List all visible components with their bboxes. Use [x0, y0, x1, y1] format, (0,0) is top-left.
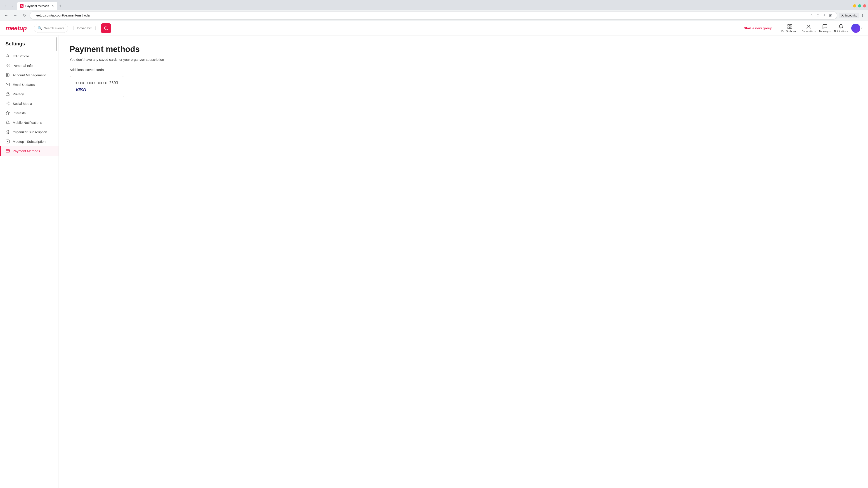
user-avatar: [851, 24, 860, 33]
chevron-down-icon: ▾: [861, 27, 863, 30]
svg-rect-5: [788, 27, 789, 29]
new-tab-button[interactable]: +: [57, 3, 64, 9]
extensions-icon[interactable]: ⬚: [815, 13, 820, 18]
star-icon: [5, 111, 10, 115]
reload-button[interactable]: ↻: [21, 12, 28, 19]
grid-icon: [5, 63, 10, 68]
svg-point-16: [8, 102, 9, 103]
menu-icon[interactable]: ⋮: [860, 13, 865, 18]
pro-dashboard-nav[interactable]: Pro Dashboard: [781, 24, 798, 33]
address-bar-icons: ☆ ⬚ ⬇ ▣: [809, 13, 833, 18]
avatar-image: [851, 24, 860, 33]
svg-point-13: [7, 74, 8, 76]
lock-icon: [5, 92, 10, 96]
svg-rect-11: [6, 66, 7, 67]
location-display: Dover, DE: [73, 26, 96, 30]
sidebar-item-personal-info[interactable]: Personal Info: [0, 61, 59, 70]
search-bar[interactable]: 🔍 Search events: [34, 24, 68, 33]
svg-line-20: [7, 103, 8, 103]
svg-point-22: [7, 130, 9, 132]
svg-rect-3: [788, 25, 789, 26]
bookmark-icon[interactable]: ☆: [809, 13, 814, 18]
badge-icon: [5, 130, 10, 134]
pro-dashboard-label: Pro Dashboard: [781, 30, 798, 33]
saved-card: xxxx xxxx xxxx 2893 VISA: [70, 76, 124, 97]
start-new-group-link[interactable]: Start a new group: [744, 26, 772, 30]
incognito-indicator: Incognito: [839, 13, 859, 18]
svg-rect-15: [6, 94, 9, 96]
tab-close-button[interactable]: ✕: [51, 4, 55, 8]
svg-point-17: [6, 103, 7, 104]
tab-favicon: m: [20, 4, 24, 8]
minimize-button[interactable]: −: [853, 4, 856, 7]
split-icon[interactable]: ▣: [828, 13, 833, 18]
messages-nav[interactable]: Messages: [819, 24, 831, 33]
logo[interactable]: meetup: [5, 25, 27, 32]
tab-bar-back[interactable]: ‹: [2, 3, 8, 9]
search-icon: 🔍: [38, 26, 42, 30]
forward-button[interactable]: →: [12, 12, 19, 19]
tab-title: Payment methods: [25, 4, 49, 8]
sidebar-item-social-media[interactable]: Social Media: [0, 99, 59, 108]
envelope-icon: [5, 82, 10, 87]
person-icon: [5, 54, 10, 58]
nav-icons: Pro Dashboard Connections Messages Notif…: [781, 24, 863, 33]
search-button[interactable]: [101, 23, 111, 33]
active-tab[interactable]: m Payment methods ✕: [17, 2, 57, 10]
sidebar-item-meetup-plus[interactable]: Meetup+ Subscription: [0, 137, 59, 146]
tab-bar-forward[interactable]: ›: [9, 3, 16, 9]
scroll-thumb: [56, 37, 57, 51]
notifications-nav[interactable]: Notifications: [834, 24, 848, 33]
sidebar-item-organizer-subscription[interactable]: Organizer Subscription: [0, 127, 59, 137]
svg-point-1: [104, 27, 107, 29]
messages-label: Messages: [819, 30, 831, 33]
plus-badge-icon: [5, 139, 10, 144]
no-cards-message: You don't have any saved cards for your …: [70, 58, 857, 61]
share-icon: [5, 101, 10, 106]
sidebar: Settings Edit Profile Personal Info Acco…: [0, 35, 59, 488]
notifications-label: Notifications: [834, 30, 848, 33]
browser-chrome: ‹ › m Payment methods ✕ + − □ ✕ ← → ↻ me…: [0, 0, 868, 21]
browser-icons: Incognito ⋮: [839, 13, 865, 18]
window-controls: − □ ✕: [853, 4, 866, 7]
sidebar-item-account-management[interactable]: Account Management: [0, 70, 59, 80]
navbar: meetup 🔍 Search events Dover, DE Start a…: [0, 21, 868, 35]
svg-point-7: [808, 25, 809, 27]
sidebar-item-email-updates[interactable]: Email Updates: [0, 80, 59, 89]
tab-bar: ‹ › m Payment methods ✕ + − □ ✕: [0, 0, 868, 10]
maximize-button[interactable]: □: [858, 4, 861, 7]
page: meetup 🔍 Search events Dover, DE Start a…: [0, 21, 868, 488]
sidebar-item-payment-methods[interactable]: Payment Methods: [0, 146, 59, 156]
additional-saved-cards-label: Additional saved cards: [70, 68, 857, 72]
scroll-indicator: [56, 35, 57, 488]
connections-nav[interactable]: Connections: [802, 24, 815, 33]
svg-rect-4: [790, 25, 792, 26]
close-button[interactable]: ✕: [863, 4, 866, 7]
mobile-bell-icon: [5, 120, 10, 125]
card-icon: [5, 149, 10, 153]
page-title: Payment methods: [70, 44, 857, 54]
visa-logo: VISA: [75, 87, 119, 93]
content-area: Settings Edit Profile Personal Info Acco…: [0, 35, 868, 488]
card-number: xxxx xxxx xxxx 2893: [75, 81, 119, 85]
sidebar-item-mobile-notifications[interactable]: Mobile Notifications: [0, 118, 59, 127]
main-content: Payment methods You don't have any saved…: [59, 35, 868, 488]
settings-title: Settings: [0, 41, 59, 51]
svg-line-2: [107, 29, 108, 30]
search-placeholder: Search events: [44, 26, 64, 30]
svg-line-19: [7, 104, 8, 104]
address-bar[interactable]: meetup.com/account/payment-methods/ ☆ ⬚ …: [30, 11, 837, 20]
address-bar-row: ← → ↻ meetup.com/account/payment-methods…: [0, 10, 868, 21]
svg-rect-6: [790, 27, 792, 29]
svg-rect-9: [6, 64, 7, 65]
download-icon[interactable]: ⬇: [822, 13, 827, 18]
svg-rect-12: [8, 66, 9, 67]
svg-rect-10: [8, 64, 9, 65]
sidebar-item-edit-profile[interactable]: Edit Profile: [0, 51, 59, 61]
svg-point-0: [842, 14, 843, 15]
sidebar-item-interests[interactable]: Interests: [0, 108, 59, 118]
url-display: meetup.com/account/payment-methods/: [34, 13, 807, 17]
avatar-container[interactable]: ▾: [851, 24, 863, 33]
sidebar-item-privacy[interactable]: Privacy: [0, 89, 59, 99]
back-button[interactable]: ←: [3, 12, 10, 19]
